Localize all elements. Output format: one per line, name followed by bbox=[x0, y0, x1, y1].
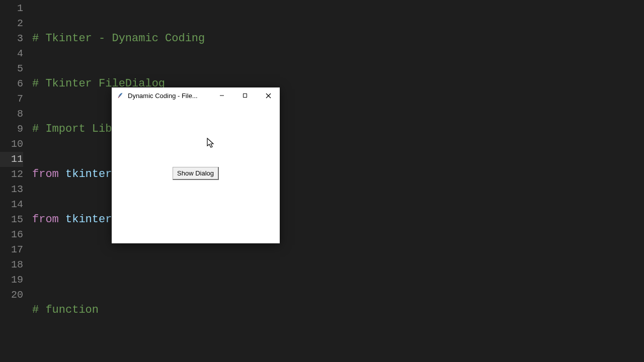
keyword-from: from bbox=[32, 168, 59, 180]
comment: # Tkinter - Dynamic Coding bbox=[32, 32, 205, 45]
module: tkinter bbox=[65, 168, 112, 180]
line-number: 3 bbox=[0, 31, 23, 46]
minimize-button[interactable] bbox=[210, 87, 233, 104]
line-number: 12 bbox=[0, 167, 23, 182]
tkinter-app-window[interactable]: Dynamic Coding - File... Show Dialog bbox=[112, 87, 280, 243]
maximize-button[interactable] bbox=[233, 87, 257, 104]
line-number: 17 bbox=[0, 242, 23, 257]
line-number: 20 bbox=[0, 288, 23, 303]
tk-feather-icon bbox=[117, 92, 124, 99]
line-number: 6 bbox=[0, 76, 23, 92]
line-number: 13 bbox=[0, 182, 23, 197]
line-number: 10 bbox=[0, 137, 23, 152]
module: tkinter bbox=[65, 213, 112, 226]
line-number: 8 bbox=[0, 107, 23, 122]
keyword-from: from bbox=[32, 213, 59, 226]
comment: # function bbox=[32, 304, 99, 316]
show-dialog-button[interactable]: Show Dialog bbox=[173, 167, 219, 180]
window-controls bbox=[210, 87, 280, 104]
line-number: 11 bbox=[0, 152, 23, 167]
code-editor: 1234567891011121314151617181920 # Tkinte… bbox=[0, 0, 644, 362]
line-number: 4 bbox=[0, 46, 23, 61]
line-number: 7 bbox=[0, 92, 23, 107]
line-number: 15 bbox=[0, 212, 23, 227]
window-body: Show Dialog bbox=[112, 104, 280, 243]
window-title: Dynamic Coding - File... bbox=[128, 92, 210, 100]
line-number: 1 bbox=[0, 1, 23, 16]
window-titlebar[interactable]: Dynamic Coding - File... bbox=[112, 87, 280, 104]
svg-rect-1 bbox=[244, 94, 247, 98]
line-number: 18 bbox=[0, 257, 23, 273]
close-button[interactable] bbox=[257, 87, 280, 104]
line-number-gutter: 1234567891011121314151617181920 bbox=[0, 0, 32, 362]
line-number: 16 bbox=[0, 227, 23, 242]
line-number: 19 bbox=[0, 273, 23, 288]
line-number: 9 bbox=[0, 122, 23, 137]
line-number: 2 bbox=[0, 16, 23, 31]
line-number: 5 bbox=[0, 61, 23, 76]
line-number: 14 bbox=[0, 197, 23, 212]
